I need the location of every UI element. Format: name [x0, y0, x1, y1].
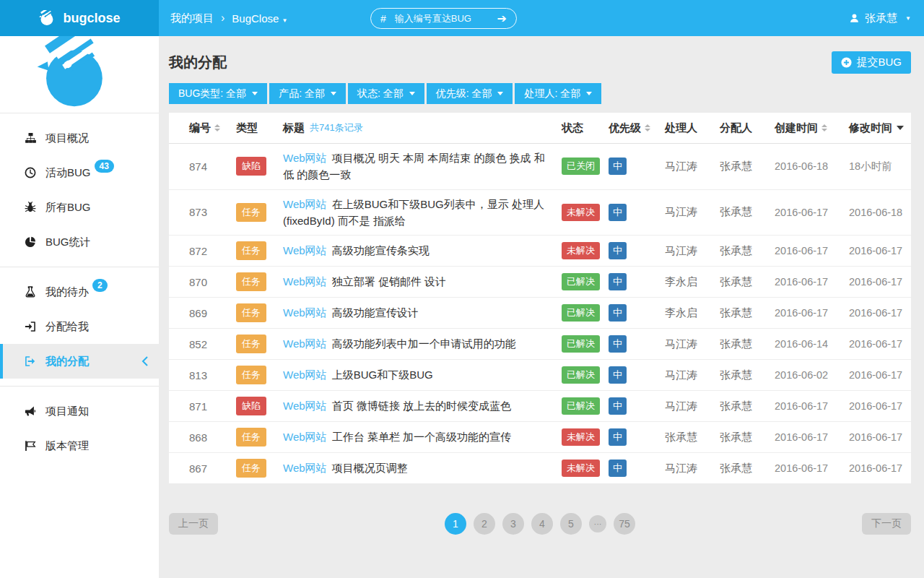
sidebar-logo [0, 36, 159, 113]
bug-title-link[interactable]: 独立部署 促销邮件 设计 [329, 275, 447, 288]
hash-icon: # [380, 13, 386, 25]
bug-priority-cell: 中 [609, 428, 665, 446]
page-number-5[interactable]: 5 [560, 513, 582, 535]
bug-title-link[interactable]: 上级BUG和下级BUG [329, 368, 433, 381]
sidebar-item-active-bugs[interactable]: 活动BUG43 [0, 155, 159, 190]
user-icon [849, 13, 860, 24]
sign-out-icon [23, 355, 38, 367]
sidebar-item-project-overview[interactable]: 项目概况 [0, 121, 159, 155]
search-go-arrow-icon[interactable]: ➔ [497, 13, 507, 25]
chevron-down-icon [252, 92, 258, 95]
column-header-modified[interactable]: 修改时间 [849, 121, 904, 135]
bug-created-date: 2016-06-17 [775, 245, 849, 256]
table-row: 871缺陷Web网站 首页 微博链接 放上去的时候变成蓝色已解决中马江涛张承慧2… [169, 391, 911, 422]
product-link[interactable]: Web网站 [283, 431, 327, 443]
bug-title-link[interactable]: 首页 微博链接 放上去的时候变成蓝色 [329, 400, 512, 412]
bug-title-link[interactable]: 高级功能宣传设计 [329, 306, 419, 319]
sidebar-item-my-todo[interactable]: 我的待办2 [0, 275, 159, 309]
product-link[interactable]: Web网站 [283, 368, 327, 381]
status-badge: 已解决 [562, 366, 600, 384]
product-link[interactable]: Web网站 [283, 306, 327, 319]
page-number-3[interactable]: 3 [502, 513, 524, 535]
page-number-1[interactable]: 1 [445, 513, 466, 535]
bug-created-date: 2016-06-14 [775, 338, 849, 350]
page-number-4[interactable]: 4 [531, 513, 553, 535]
chevron-down-icon: ▼ [282, 17, 287, 24]
priority-badge: 中 [609, 428, 627, 446]
user-name: 张承慧 [865, 12, 897, 25]
page-ellipsis: ··· [589, 515, 606, 532]
bug-title-link[interactable]: 工作台 菜单栏 加一个高级功能的宣传 [329, 431, 512, 443]
bug-id: 870 [189, 276, 236, 288]
bug-type-cell: 任务 [236, 335, 283, 353]
bug-id: 867 [189, 462, 236, 475]
column-header-created[interactable]: 创建时间 [775, 121, 849, 135]
product-link[interactable]: Web网站 [283, 337, 327, 350]
bug-handler: 李永启 [665, 306, 720, 320]
bug-modified-date: 2016-06-17 [849, 369, 904, 381]
table-row: 872任务Web网站 高级功能宣传条实现未解决中马江涛张承慧2016-06-17… [169, 236, 911, 267]
page-number-2[interactable]: 2 [474, 513, 495, 535]
status-badge: 未解决 [562, 460, 600, 477]
bug-modified-date: 2016-06-17 [849, 276, 904, 288]
bug-type-cell: 任务 [236, 459, 283, 478]
filter-product[interactable]: 产品: 全部 [269, 83, 346, 104]
filter-handler[interactable]: 处理人: 全部 [515, 83, 601, 104]
bug-priority-cell: 中 [609, 366, 665, 384]
bug-priority-cell: 中 [609, 242, 665, 259]
table-row: 873任务Web网站 在上级BUG和下级BUG列表中，显示 处理人(fixedB… [169, 190, 911, 236]
top-bar: bugclose 我的项目 › BugClose▼ # ➔ 张承慧 ▼ [0, 0, 924, 36]
bug-title-link[interactable]: 高级功能列表中加一个申请试用的功能 [329, 337, 516, 350]
sort-icon [214, 124, 220, 131]
bug-created-date: 2016-06-17 [775, 400, 849, 412]
prev-page-button[interactable]: 上一页 [169, 513, 218, 535]
product-link[interactable]: Web网站 [283, 275, 327, 288]
product-link[interactable]: Web网站 [283, 244, 327, 256]
bug-id: 872 [189, 245, 236, 257]
product-link[interactable]: Web网站 [283, 400, 327, 412]
sidebar-item-bug-stats[interactable]: BUG统计 [0, 225, 159, 259]
column-label: 编号 [189, 121, 211, 135]
bug-status-cell: 已解决 [562, 335, 609, 353]
product-link[interactable]: Web网站 [283, 462, 327, 474]
column-label: 分配人 [720, 121, 752, 135]
bug-title-cell: Web网站 独立部署 促销邮件 设计 [283, 273, 562, 290]
sort-up-icon [214, 124, 220, 127]
filter-status[interactable]: 状态: 全部 [348, 83, 424, 104]
column-header-priority[interactable]: 优先级 [609, 121, 665, 135]
record-count: 共741条记录 [310, 121, 363, 134]
filter-bug-type[interactable]: BUG类型: 全部 [169, 83, 267, 104]
product-link[interactable]: Web网站 [283, 152, 327, 164]
sidebar-group: 项目概况活动BUG43所有BUGBUG统计 [0, 113, 159, 267]
sidebar-item-project-notices[interactable]: 项目通知 [0, 394, 159, 428]
bug-id: 874 [189, 160, 236, 173]
next-page-button[interactable]: 下一页 [862, 513, 911, 535]
user-menu[interactable]: 张承慧 ▼ [849, 12, 911, 25]
sidebar-item-all-bugs[interactable]: 所有BUG [0, 190, 159, 225]
breadcrumb-project-dropdown[interactable]: BugClose▼ [232, 12, 287, 25]
product-link[interactable]: Web网站 [283, 198, 327, 210]
bug-type-badge: 缺陷 [236, 397, 266, 415]
breadcrumb-my-projects[interactable]: 我的项目 [170, 12, 214, 25]
priority-badge: 中 [609, 366, 627, 384]
bug-title-link[interactable]: 项目概况页调整 [329, 462, 408, 474]
column-label: 修改时间 [849, 121, 892, 135]
sidebar-item-assigned-to-me[interactable]: 分配给我 [0, 309, 159, 344]
page-number-list: 12345···75 [445, 513, 635, 535]
bug-id-search-input[interactable] [395, 13, 497, 24]
sidebar-item-label: 我的分配 [45, 355, 89, 368]
bug-assigner: 张承慧 [720, 306, 775, 320]
sidebar-item-version-manage[interactable]: 版本管理 [0, 428, 159, 463]
bug-title-link[interactable]: 高级功能宣传条实现 [329, 244, 430, 256]
status-badge: 未解决 [562, 204, 600, 221]
column-header-id[interactable]: 编号 [189, 121, 236, 135]
filter-bar: BUG类型: 全部产品: 全部状态: 全部优先级: 全部处理人: 全部 [169, 83, 911, 104]
submit-bug-button[interactable]: 提交BUG [832, 51, 911, 74]
column-label: 创建时间 [775, 121, 818, 135]
bug-priority-cell: 中 [609, 273, 665, 290]
brand-logo[interactable]: bugclose [0, 0, 159, 36]
page-number-75[interactable]: 75 [614, 513, 635, 535]
sidebar-item-my-assignments[interactable]: 我的分配 [0, 344, 159, 379]
filter-priority[interactable]: 优先级: 全部 [427, 83, 513, 104]
bug-priority-cell: 中 [609, 304, 665, 322]
